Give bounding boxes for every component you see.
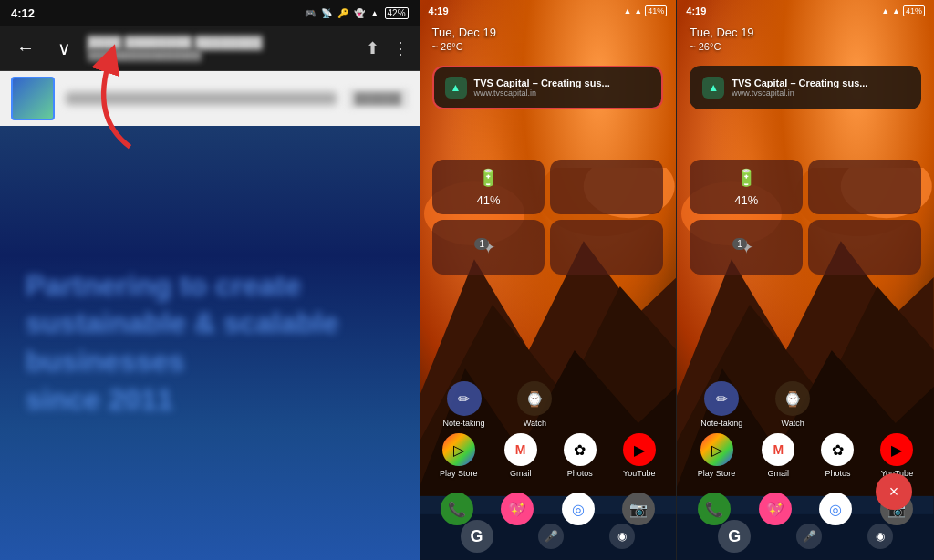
notif-text-1: TVS Capital – Creating sus... www.tvscap… [474, 78, 651, 98]
top-bar-actions: ⬆ ⋮ [366, 38, 409, 58]
battery-widget-inner-2: 🔋 41% [734, 168, 758, 207]
playstore-icon-1: ▷ [442, 433, 475, 466]
notification-card-1[interactable]: ▲ TVS Capital – Creating sus... www.tvsc… [432, 66, 664, 109]
mic-symbol-2: 🎤 [803, 530, 816, 543]
photos-label-2: Photos [825, 469, 850, 478]
widget-battery-1: 🔋 41% [432, 160, 545, 214]
status-bar-phone-2: 4:19 ▲ ▲ 41% [677, 0, 934, 22]
google-icon-2[interactable]: G [718, 520, 751, 553]
battery-pct-1: 41% [476, 193, 500, 207]
back-button[interactable]: ← [11, 34, 40, 63]
photos-label-1: Photos [567, 469, 593, 478]
notif-url-2: www.tvscapital.in [732, 88, 908, 98]
text-line-1: Partnering to create [26, 267, 338, 306]
app-photos-2[interactable]: ✿ Photos [821, 433, 854, 478]
text-line-4: since 2011 [26, 381, 338, 420]
temp-text-1: ~ 26°C [432, 41, 496, 52]
more-button[interactable]: ⋮ [392, 38, 409, 58]
gmail-icon-1: M [504, 433, 537, 466]
content-strip: ██████ [0, 71, 420, 126]
share-button[interactable]: ⬆ [366, 38, 379, 58]
phone-signal-1: ▲ [623, 6, 631, 16]
bottom-dock-1: G 🎤 ◉ [420, 520, 677, 553]
left-panel: 4:12 🎮 📡 🔑 👻 ▲ 42% ← ∨ ████ ████████ ███… [0, 0, 420, 560]
apps-row-2-2: ▷ Play Store M Gmail ✿ Photos ▶ YouTube [677, 433, 934, 478]
app-watch-2[interactable]: ⌚ Watch [775, 381, 810, 428]
status-bar-left: 4:12 🎮 📡 🔑 👻 ▲ 42% [0, 0, 420, 26]
phone-battery-1: 41% [645, 5, 667, 16]
phone-wifi-2: ▲ [892, 6, 900, 16]
app-gmail-1[interactable]: M Gmail [504, 433, 537, 478]
phone-screen-2: 4:19 ▲ ▲ 41% Tue, Dec 19 ~ 26°C ▲ TVS Ca… [677, 0, 934, 560]
tvs-icon: ▲ [451, 81, 462, 94]
mic-icon-2[interactable]: 🎤 [796, 524, 822, 549]
page-subtitle-blurred: ████████████████ [88, 49, 357, 60]
bt-widget: ✦ 1 [481, 236, 496, 258]
date-text-2: Tue, Dec 19 [690, 26, 753, 39]
status-time-left: 4:12 [11, 6, 35, 20]
playstore-label-2: Play Store [698, 469, 736, 478]
app-playstore-1[interactable]: ▷ Play Store [440, 433, 478, 478]
notif-inner-2: ▲ TVS Capital – Creating sus... www.tvsc… [702, 77, 908, 99]
app-playstore-2[interactable]: ▷ Play Store [698, 433, 736, 478]
phone-time-1: 4:19 [429, 5, 449, 16]
battery-left: 42% [385, 7, 409, 19]
watch-label-2: Watch [782, 419, 804, 428]
lens-icon-2[interactable]: ◉ [867, 524, 893, 549]
widget-empty-1 [550, 160, 663, 214]
notif-title-2: TVS Capital – Creating sus... [732, 78, 908, 88]
widgets-grid-2: 🔋 41% ✦ 1 [690, 160, 921, 275]
close-button[interactable]: × [876, 473, 912, 510]
phone-status-icons-2: ▲ ▲ 41% [881, 5, 925, 16]
text-line-3: businesses [26, 343, 338, 381]
apps-row-1: ✏ Note-taking ⌚ Watch [420, 381, 677, 428]
widget-empty-4 [808, 220, 921, 275]
mic-symbol-1: 🎤 [545, 530, 558, 543]
thumbnail [11, 77, 55, 120]
notetaking-icon-1: ✏ [447, 381, 482, 416]
notetaking-label-2: Note-taking [700, 419, 742, 428]
widgets-area-1: 🔋 41% ✦ 1 [432, 160, 664, 275]
app-gmail-2[interactable]: M Gmail [762, 433, 794, 478]
battery-icon-1: 🔋 [478, 168, 498, 188]
youtube-icon-1: ▶ [623, 433, 656, 466]
ghost-icon: 👻 [354, 8, 365, 18]
phone-screen-1: 4:19 ▲ ▲ 41% Tue, Dec 19 ~ 26°C ▲ TVS Ca… [420, 0, 677, 560]
mic-icon-1[interactable]: 🎤 [538, 524, 564, 549]
cast-icon: 📡 [321, 8, 332, 18]
discord-icon: 🎮 [305, 8, 316, 18]
dropdown-button[interactable]: ∨ [49, 34, 78, 63]
main-text: Partnering to create sustainable & scala… [26, 267, 338, 419]
bt-widget-2: ✦ 1 [739, 236, 754, 258]
vpn-icon: 🔑 [337, 8, 348, 18]
notification-card-2[interactable]: ▲ TVS Capital – Creating sus... www.tvsc… [690, 66, 921, 109]
playstore-icon-2: ▷ [700, 433, 733, 466]
apps-row-1-2: ✏ Note-taking ⌚ Watch [677, 381, 934, 428]
content-action-blurred[interactable]: ██████ [348, 88, 409, 109]
app-watch-1[interactable]: ⌚ Watch [517, 381, 552, 428]
lens-icon-1[interactable]: ◉ [609, 524, 635, 549]
app-notetaking-1[interactable]: ✏ Note-taking [443, 381, 485, 428]
main-content-area: Partnering to create sustainable & scala… [0, 126, 420, 560]
top-bar: ← ∨ ████ ████████ ████████ █████████████… [0, 26, 420, 71]
app-youtube-1[interactable]: ▶ YouTube [623, 433, 656, 478]
gmail-label-1: Gmail [510, 469, 532, 478]
status-bar-phone-1: 4:19 ▲ ▲ 41% [420, 0, 677, 22]
date-widget-2: Tue, Dec 19 ~ 26°C [690, 26, 753, 52]
notif-title-1: TVS Capital – Creating sus... [474, 78, 651, 88]
notif-icon-1: ▲ [445, 77, 467, 99]
widget-bluetooth-2: ✦ 1 [690, 220, 803, 275]
content-title-blurred [66, 92, 337, 105]
date-text-1: Tue, Dec 19 [432, 26, 496, 39]
lens-symbol-1: ◉ [617, 530, 627, 543]
battery-pct-2: 41% [734, 193, 758, 207]
app-notetaking-2[interactable]: ✏ Note-taking [700, 381, 742, 428]
app-youtube-2[interactable]: ▶ YouTube [880, 433, 913, 478]
top-bar-title-area: ████ ████████ ████████ ████████████████ [88, 36, 357, 60]
app-photos-1[interactable]: ✿ Photos [564, 433, 597, 478]
widget-empty-2 [550, 220, 663, 275]
google-icon-1[interactable]: G [461, 520, 493, 553]
widget-battery-2: 🔋 41% [690, 160, 803, 214]
watch-icon-2: ⌚ [775, 381, 810, 416]
page-title-blurred: ████ ████████ ████████ [88, 36, 357, 49]
